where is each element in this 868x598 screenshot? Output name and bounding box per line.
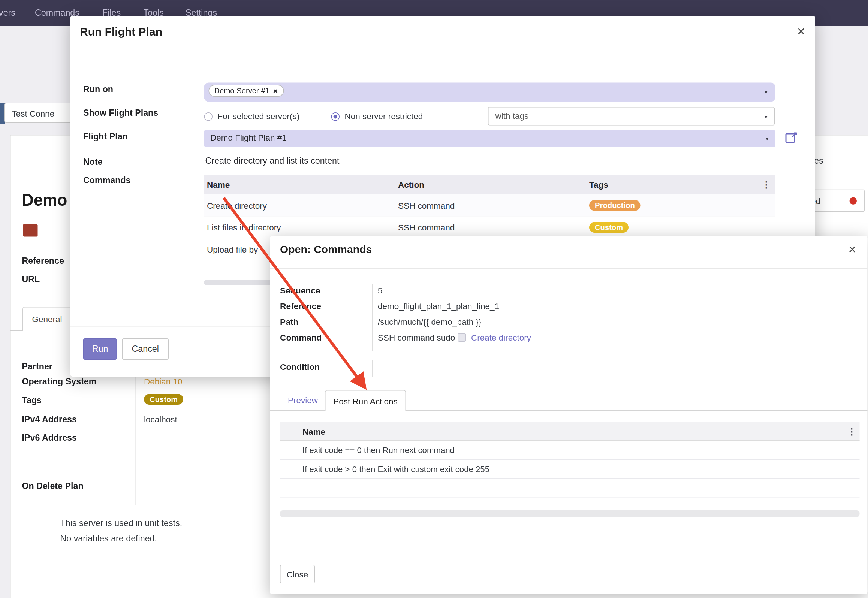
cell-action: SSH command — [398, 200, 589, 210]
tags-label: Tags — [22, 395, 42, 405]
unit-test-note-line2: No variables are defined. — [60, 534, 157, 544]
os-value[interactable]: Debian 10 — [144, 377, 183, 386]
server-title: Demo — [22, 191, 67, 210]
table-row[interactable]: Create directory SSH command Production — [204, 194, 775, 217]
flight-plan-value: Demo Flight Plan #1 — [210, 133, 287, 142]
action-cell: If exit code > 0 then Exit with custom e… — [280, 465, 489, 474]
table-options-icon[interactable]: ⋮ — [847, 426, 860, 437]
on-delete-plan-label: On Delete Plan — [22, 481, 84, 491]
unit-test-note-line1: This server is used in unit tests. — [60, 518, 183, 528]
server-chip[interactable]: Demo Server #1✕ — [209, 85, 284, 97]
cell-name: List files in directory — [204, 222, 398, 232]
with-tags-dropdown[interactable]: with tags ▾ — [488, 107, 775, 126]
path-value: /such/much/{{ demo_path }} — [378, 317, 481, 327]
chevron-down-icon[interactable]: ▾ — [765, 114, 768, 120]
ipv4-label: IPv4 Address — [22, 414, 77, 425]
with-tags-value: with tags — [495, 111, 529, 121]
chevron-down-icon[interactable]: ▾ — [766, 136, 769, 142]
field-divider — [372, 360, 373, 377]
horizontal-scrollbar[interactable] — [280, 510, 860, 517]
command-link[interactable]: Create directory — [471, 333, 531, 342]
radio-for-selected-servers-label[interactable]: For selected server(s) — [218, 111, 300, 121]
sequence-label: Sequence — [280, 286, 320, 295]
table-header-row: Name ⋮ — [280, 422, 860, 441]
field-divider — [372, 284, 373, 351]
right-text-fragment: es — [814, 156, 823, 166]
chevron-down-icon[interactable]: ▾ — [765, 89, 768, 95]
close-button[interactable]: Close — [280, 565, 315, 584]
show-flight-plans-label: Show Flight Plans — [83, 108, 158, 118]
tab-general[interactable]: General — [22, 307, 76, 331]
test-connection-button[interactable]: Test Conne — [4, 103, 72, 123]
url-label: URL — [22, 274, 40, 284]
table-row[interactable]: If exit code > 0 then Exit with custom e… — [280, 460, 860, 479]
flight-plan-select[interactable]: Demo Flight Plan #1 ▾ — [204, 130, 775, 148]
cancel-button[interactable]: Cancel — [122, 338, 169, 360]
command-value: SSH command sudo — [378, 333, 455, 342]
cell-action: SSH command — [398, 222, 589, 232]
reference-value: demo_flight_plan_1_plan_line_1 — [378, 301, 499, 311]
ipv6-label: IPv6 Address — [22, 433, 77, 443]
server-color-swatch[interactable] — [23, 224, 38, 237]
close-icon[interactable]: × — [797, 25, 805, 38]
nav-item-servers[interactable]: vers — [0, 0, 15, 26]
table-options-icon[interactable]: ⋮ — [762, 179, 775, 190]
path-label: Path — [280, 317, 298, 327]
chip-remove-icon[interactable]: ✕ — [273, 88, 278, 94]
run-on-label: Run on — [83, 84, 113, 94]
status-dot-icon — [850, 197, 857, 205]
reference-label: Reference — [280, 301, 321, 311]
table-row-empty — [280, 479, 860, 498]
commands-label: Commands — [83, 175, 131, 185]
modal-header-divider — [270, 268, 868, 269]
tag-badge-custom[interactable]: Custom — [144, 394, 183, 405]
flight-plan-label: Flight Plan — [83, 132, 128, 142]
post-run-actions-table: Name ⋮ If exit code == 0 then Run next c… — [280, 422, 860, 498]
note-label: Note — [83, 157, 103, 167]
radio-non-server-restricted-label[interactable]: Non server restricted — [345, 111, 423, 121]
condition-label: Condition — [280, 362, 320, 372]
run-button[interactable]: Run — [83, 338, 117, 360]
plan-description: Create directory and list its content — [205, 156, 340, 166]
external-link-arrow: ↗ — [791, 130, 798, 139]
radio-non-server-restricted[interactable] — [331, 112, 340, 121]
info-column-divider — [135, 359, 136, 505]
run-on-server-field[interactable]: Demo Server #1✕ ▾ — [204, 83, 775, 102]
table-row[interactable]: If exit code == 0 then Run next command — [280, 441, 860, 460]
server-chip-label: Demo Server #1 — [214, 87, 269, 95]
partner-label: Partner — [22, 362, 52, 372]
tag-badge-custom: Custom — [589, 222, 629, 233]
col-name[interactable]: Name — [280, 426, 325, 436]
table-row[interactable]: List files in directory SSH command Cust… — [204, 217, 775, 239]
col-tags[interactable]: Tags — [589, 179, 762, 189]
open-commands-modal: Open: Commands × Sequence Reference Path… — [270, 236, 868, 594]
table-header-row: Name Action Tags ⋮ — [204, 175, 775, 195]
sequence-value: 5 — [378, 286, 383, 295]
tab-post-run-actions[interactable]: Post Run Actions — [325, 390, 406, 411]
command-checkbox[interactable] — [458, 333, 466, 342]
viewport: vers Commands Files Tools Settings Test … — [0, 0, 868, 598]
col-action[interactable]: Action — [398, 179, 589, 189]
tab-preview[interactable]: Preview — [288, 395, 318, 405]
os-label: Operating System — [22, 377, 97, 387]
commands-modal-title: Open: Commands — [280, 244, 372, 256]
external-link-icon[interactable]: ↗ — [786, 132, 798, 144]
col-name[interactable]: Name — [204, 179, 398, 189]
command-label: Command — [280, 333, 322, 342]
tag-badge-production: Production — [589, 200, 641, 211]
radio-for-selected-servers[interactable] — [204, 112, 213, 121]
close-icon[interactable]: × — [848, 243, 856, 256]
cell-name: Create directory — [204, 200, 398, 210]
screen: vers Commands Files Tools Settings Test … — [0, 0, 868, 598]
reference-label: Reference — [22, 256, 64, 266]
run-modal-title: Run Flight Plan — [80, 25, 162, 39]
ipv4-value: localhost — [144, 414, 177, 424]
action-cell: If exit code == 0 then Run next command — [280, 446, 455, 454]
